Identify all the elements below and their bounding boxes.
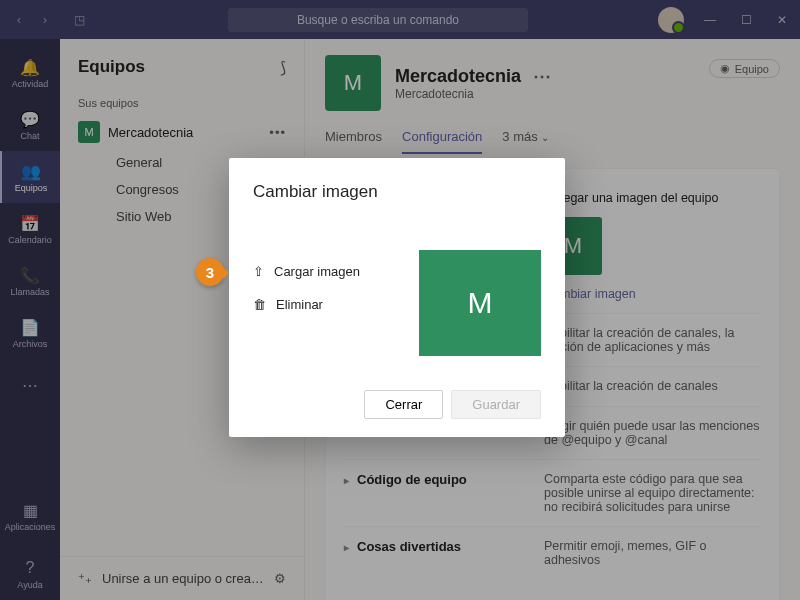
- delete-image-button[interactable]: 🗑Eliminar: [253, 297, 360, 312]
- trash-icon: 🗑: [253, 297, 266, 312]
- save-button[interactable]: Guardar: [451, 390, 541, 419]
- change-image-modal: Cambiar imagen ⇧Cargar imagen 🗑Eliminar …: [229, 158, 565, 437]
- upload-icon: ⇧: [253, 264, 264, 279]
- upload-image-button[interactable]: ⇧Cargar imagen: [253, 264, 360, 279]
- modal-title: Cambiar imagen: [253, 182, 541, 202]
- modal-image-preview: M: [419, 250, 541, 356]
- step-callout: 3: [196, 258, 224, 286]
- close-button[interactable]: Cerrar: [364, 390, 443, 419]
